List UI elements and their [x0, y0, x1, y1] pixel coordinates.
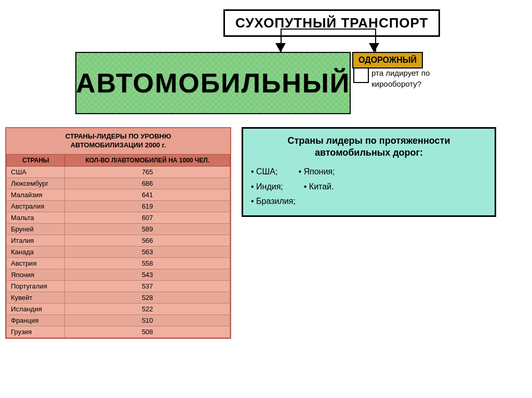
arrow-down-left — [275, 43, 286, 52]
list-col1: • Индия; — [251, 180, 283, 195]
auto-label: АВТОМОБИЛЬНЫЙ — [76, 67, 350, 99]
value-cell: 522 — [65, 303, 230, 314]
country-cell: Бруней — [7, 223, 65, 235]
value-cell: 537 — [65, 280, 230, 292]
country-cell: Люксембург — [7, 177, 65, 189]
country-cell: США — [7, 166, 65, 177]
value-cell: 566 — [65, 235, 230, 246]
table-row: Португалия 537 — [7, 280, 230, 292]
table-row: Мальта 607 — [7, 212, 230, 223]
country-cell: Грузия — [7, 326, 65, 337]
right-info-list: • США; • Япония; • Индия; • Китай. • Бра… — [251, 164, 487, 209]
list-item: • США; • Япония; — [251, 164, 487, 180]
list-item: • Индия; • Китай. — [251, 180, 487, 195]
table-row: Италия 566 — [7, 235, 230, 246]
table-row: США 765 — [7, 166, 230, 177]
table-title: СТРАНЫ-ЛИДЕРЫ ПО УРОВНЮ АВТОМОБИЛИЗАЦИИ … — [6, 128, 230, 154]
value-cell: 558 — [65, 257, 230, 269]
auto-section: АВТОМОБИЛЬНЫЙ — [75, 52, 351, 114]
table-row: Австралия 619 — [7, 200, 230, 212]
country-cell: Италия — [7, 235, 65, 246]
table-row: Малайзия 641 — [7, 189, 230, 200]
list-col1: • США; — [251, 164, 277, 180]
table-row: Австрия 558 — [7, 257, 230, 269]
country-cell: Малайзия — [7, 189, 65, 200]
value-cell: 589 — [65, 223, 230, 235]
country-cell: Мальта — [7, 212, 65, 223]
table-row: Бруней 589 — [7, 223, 230, 235]
country-cell: Кувейт — [7, 292, 65, 303]
table-row: Кувейт 528 — [7, 292, 230, 303]
checkbox-icon — [353, 67, 369, 83]
list-item: • Бразилия; — [251, 194, 487, 209]
country-cell: Португалия — [7, 280, 65, 292]
value-cell: 543 — [65, 269, 230, 280]
country-cell: Австрия — [7, 257, 65, 269]
list-col2: • Япония; — [298, 164, 335, 180]
value-cell: 563 — [65, 246, 230, 257]
arrow-down-right — [369, 43, 379, 52]
table-row: Люксембург 686 — [7, 177, 230, 189]
country-cell: Франция — [7, 314, 65, 326]
main-title: СУХОПУТНЫЙ ТРАНСПОРТ — [223, 9, 440, 37]
rail-label: ОДОРОЖНЫЙ — [352, 52, 423, 68]
list-col2: • Китай. — [304, 180, 334, 195]
country-cell: Исландия — [7, 303, 65, 314]
value-cell: 508 — [65, 326, 230, 337]
table-row: Исландия 522 — [7, 303, 230, 314]
country-cell: Япония — [7, 269, 65, 280]
value-cell: 686 — [65, 177, 230, 189]
value-cell: 641 — [65, 189, 230, 200]
countries-table: СТРАНЫ КОЛ-ВО Л/АВТОМОБИЛЕЙ НА 1000 ЧЕЛ.… — [6, 154, 230, 338]
table-row: Грузия 508 — [7, 326, 230, 337]
list-col1: • Бразилия; — [251, 194, 296, 209]
col-country-header: СТРАНЫ — [7, 154, 65, 166]
right-info-title: Страны лидеры по протяженности автомобил… — [251, 135, 487, 159]
table-row: Канада 563 — [7, 246, 230, 257]
left-table-container: СТРАНЫ-ЛИДЕРЫ ПО УРОВНЮ АВТОМОБИЛИЗАЦИИ … — [5, 127, 231, 339]
country-cell: Австралия — [7, 200, 65, 212]
question-text: рта лидирует по кирообороту? — [371, 67, 430, 89]
value-cell: 510 — [65, 314, 230, 326]
value-cell: 765 — [65, 166, 230, 177]
country-cell: Канада — [7, 246, 65, 257]
value-cell: 528 — [65, 292, 230, 303]
right-info-box: Страны лидеры по протяженности автомобил… — [242, 127, 496, 217]
value-cell: 619 — [65, 200, 230, 212]
value-cell: 607 — [65, 212, 230, 223]
table-row: Япония 543 — [7, 269, 230, 280]
col-value-header: КОЛ-ВО Л/АВТОМОБИЛЕЙ НА 1000 ЧЕЛ. — [65, 154, 230, 166]
table-row: Франция 510 — [7, 314, 230, 326]
